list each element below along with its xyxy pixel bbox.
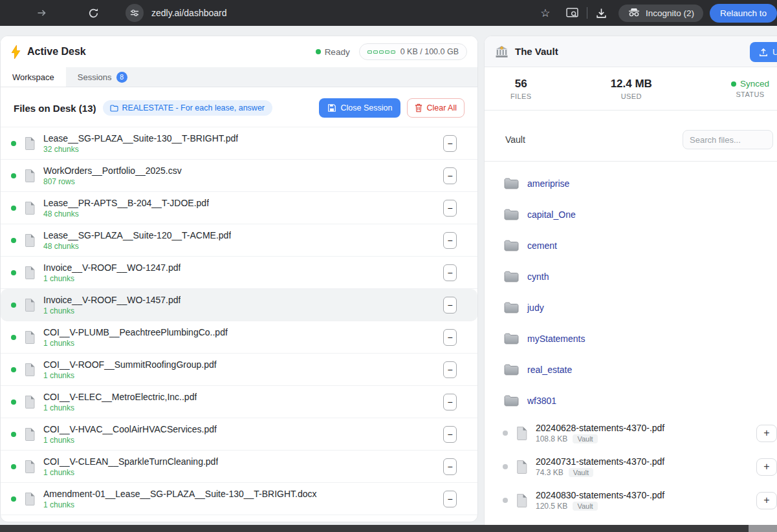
vault-header: The Vault Upload [485, 36, 777, 67]
document-icon [24, 233, 36, 248]
remove-file-button[interactable]: − [443, 458, 457, 475]
incognito-label: Incognito (2) [646, 8, 694, 18]
upload-button[interactable]: Upload [750, 42, 777, 62]
panel-title: The Vault [515, 46, 558, 57]
folder-icon [504, 333, 519, 345]
bank-icon [495, 45, 509, 58]
desk-file-row[interactable]: Lease__SG-PLAZA__Suite-130__T-BRIGHT.pdf… [1, 127, 477, 160]
document-icon [516, 460, 528, 474]
remove-file-button[interactable]: − [443, 329, 457, 346]
desk-file-row[interactable]: COI__V-ROOF__SummitRoofingGroup.pdf 1 ch… [1, 354, 477, 386]
forward-icon[interactable] [34, 5, 49, 21]
document-icon [24, 427, 36, 442]
vault-file-row[interactable]: 20240830-statements-4370-.pdf 120.5 KB V… [485, 484, 777, 517]
document-icon [24, 395, 36, 409]
file-name: COI__V-CLEAN__SparkleTurnCleaning.pdf [43, 456, 218, 467]
folder-name: real_estate [527, 365, 572, 375]
search-input[interactable] [683, 130, 773, 149]
remove-file-button[interactable]: − [443, 394, 457, 410]
file-status-dot [11, 335, 16, 340]
folder-icon [504, 302, 519, 314]
vault-folder-row[interactable]: judy [485, 292, 777, 323]
desk-file-row[interactable]: WorkOrders__Portfolio__2025.csv 807 rows… [1, 160, 477, 192]
search-sidebar-icon[interactable] [565, 5, 580, 21]
remove-file-button[interactable]: − [443, 361, 457, 378]
vault-folder-row[interactable]: ameriprise [485, 168, 777, 199]
session-context-pill[interactable]: REALESTATE - For each lease, answer Yes/… [103, 100, 272, 116]
address-bar[interactable]: zedly.ai/dashboard [151, 8, 538, 18]
desk-file-row[interactable]: Lease__PR-APTS__B-204__T-JDOE.pdf 48 chu… [1, 192, 477, 224]
vault-folder-row[interactable]: wf3801 [485, 385, 777, 416]
active-desk-header: Active Desk Ready 0 KB / 100.0 GB [1, 36, 477, 67]
tab-workspace[interactable]: Workspace [1, 67, 66, 87]
vault-file-row[interactable]: 20240731-statements-4370-.pdf 74.3 KB Va… [485, 450, 777, 484]
add-file-button[interactable]: + [756, 492, 777, 509]
storage-usage-pill: 0 KB / 100.0 GB [359, 43, 467, 60]
vault-folder-row[interactable]: capital_One [485, 199, 777, 230]
file-name: COI__V-ROOF__SummitRoofingGroup.pdf [43, 359, 217, 370]
relaunch-button[interactable]: Relaunch to [710, 4, 777, 23]
desk-file-row[interactable]: COI__V-CLEAN__SparkleTurnCleaning.pdf 1 … [1, 451, 477, 483]
remove-file-button[interactable]: − [443, 232, 457, 249]
vault-folder-row[interactable]: myStatements [485, 323, 777, 354]
browser-toolbar: zedly.ai/dashboard ☆ Incognito (2) Relau… [0, 0, 777, 26]
add-file-button[interactable]: + [756, 425, 777, 442]
document-icon [516, 426, 528, 441]
toolbar-separator [587, 7, 587, 19]
file-name: Lease__SG-PLAZA__Suite-120__T-ACME.pdf [43, 230, 231, 240]
site-info-icon[interactable] [126, 4, 144, 22]
close-session-button[interactable]: Close Session [319, 98, 401, 118]
remove-file-button[interactable]: − [443, 135, 457, 152]
files-on-desk-title: Files on Desk (13) [14, 103, 96, 114]
files-header-row: Files on Desk (13) REALESTATE - For each… [1, 87, 477, 127]
reload-icon[interactable] [85, 5, 101, 21]
file-meta: 1 chunks [43, 371, 217, 380]
file-status-dot [503, 498, 508, 503]
folder-icon [504, 271, 519, 282]
desk-file-row[interactable]: Invoice__V-ROOF__WO-1457.pdf 1 chunks − [1, 289, 477, 321]
desk-file-row[interactable]: COI__V-ELEC__MetroElectric,Inc..pdf 1 ch… [1, 386, 477, 418]
folder-name: wf3801 [527, 396, 556, 406]
incognito-icon [628, 8, 640, 19]
file-status-dot [503, 464, 508, 469]
desk-file-row[interactable]: COI__V-PLUMB__PeachtreePlumbingCo..pdf 1… [1, 321, 477, 354]
document-icon [24, 201, 36, 215]
file-status-dot [11, 464, 16, 469]
folder-name: ameriprise [527, 178, 569, 189]
vault-folder-row[interactable]: cynth [485, 261, 777, 292]
vault-folder-row[interactable]: real_estate [485, 354, 777, 385]
vault-file-row[interactable]: 20240628-statements-4370-.pdf 108.8 KB V… [485, 416, 777, 450]
vault-file-list: 20240628-statements-4370-.pdf 108.8 KB V… [485, 416, 777, 532]
breadcrumb[interactable]: Vault [505, 134, 525, 145]
remove-file-button[interactable]: − [443, 426, 457, 443]
remove-file-button[interactable]: − [443, 200, 457, 217]
document-icon [24, 363, 36, 377]
desk-file-list: Lease__SG-PLAZA__Suite-130__T-BRIGHT.pdf… [1, 127, 477, 515]
vault-folder-row[interactable]: cement [485, 230, 777, 261]
desk-file-row[interactable]: COI__V-HVAC__CoolAirHVACServices.pdf 1 c… [1, 418, 477, 451]
file-name: COI__V-HVAC__CoolAirHVACServices.pdf [43, 424, 217, 434]
remove-file-button[interactable]: − [443, 491, 457, 507]
incognito-badge[interactable]: Incognito (2) [618, 5, 703, 22]
desk-file-row[interactable]: Lease__SG-PLAZA__Suite-120__T-ACME.pdf 4… [1, 224, 477, 257]
remove-file-button[interactable]: − [443, 297, 457, 314]
file-name: COI__V-ELEC__MetroElectric,Inc..pdf [43, 392, 197, 402]
sessions-count-badge: 8 [116, 72, 127, 83]
remove-file-button[interactable]: − [443, 264, 457, 281]
file-status-dot [11, 206, 16, 211]
clear-all-button[interactable]: Clear All [407, 98, 465, 118]
document-icon [24, 492, 36, 506]
folder-small-icon [110, 105, 118, 112]
remove-file-button[interactable]: − [443, 167, 457, 184]
vault-badge: Vault [573, 502, 597, 511]
document-icon [516, 493, 528, 508]
folder-icon [504, 395, 519, 407]
file-status-dot [11, 432, 16, 437]
download-icon[interactable] [594, 5, 609, 21]
stat-used: 12.4 MB USED [611, 78, 652, 100]
bookmark-star-icon[interactable]: ☆ [538, 5, 553, 21]
desk-file-row[interactable]: Amendment-01__Lease__SG-PLAZA__Suite-130… [1, 483, 477, 515]
add-file-button[interactable]: + [756, 458, 777, 476]
desk-file-row[interactable]: Invoice__V-ROOF__WO-1247.pdf 1 chunks − [1, 257, 477, 289]
tab-sessions[interactable]: Sessions 8 [66, 67, 139, 87]
